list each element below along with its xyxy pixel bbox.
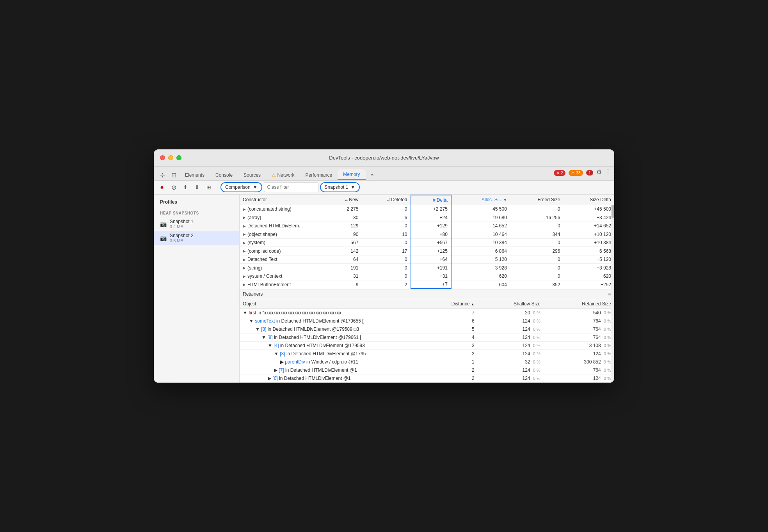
ret-cell-distance: 3 (419, 342, 478, 350)
cell-deleted: 17 (361, 247, 411, 255)
tab-memory[interactable]: Memory (338, 169, 365, 180)
sidebar-item-snapshot1[interactable]: 📷 Snapshot 1 3.4 MB (154, 217, 239, 231)
vertical-scrollbar[interactable] (611, 195, 614, 383)
retainer-row[interactable]: ▼ someText in Detached HTMLDivElement @1… (240, 317, 614, 325)
ret-cell-retained: 124 0 % (544, 350, 614, 358)
snapshot-dropdown[interactable]: Snapshot 1 ▼ (320, 182, 360, 192)
minimize-button[interactable] (168, 155, 173, 160)
cell-delta: +24 (411, 213, 451, 222)
cell-delta: +125 (411, 247, 451, 255)
col-header-delta[interactable]: # Delta (411, 195, 451, 205)
row-expand-icon[interactable]: ▶ (243, 274, 246, 278)
comparison-row[interactable]: ▶ (object shape) 90 10 +80 10 464 344 +1… (240, 230, 614, 239)
clear-button[interactable]: ⊘ (169, 182, 179, 192)
ret-key-blue: [8] (261, 326, 266, 332)
record-button[interactable]: ● (157, 182, 167, 192)
retainer-row[interactable]: ▼ [3] in Detached HTMLDivElement @1795 2… (240, 350, 614, 358)
ret-col-shallow[interactable]: Shallow Size (478, 299, 544, 309)
row-expand-icon[interactable]: ▶ (243, 232, 246, 236)
tab-performance[interactable]: Performance (300, 170, 338, 180)
ret-cell-retained: 764 0 % (544, 325, 614, 333)
comparison-row[interactable]: ▶ (compiled code) 142 17 +125 6 864 296 … (240, 247, 614, 255)
settings-icon[interactable]: ⚙ (596, 168, 602, 178)
close-button[interactable] (160, 155, 165, 160)
row-expand-icon[interactable]: ▶ (243, 207, 246, 211)
cell-deleted: 6 (361, 213, 411, 222)
row-expand-icon[interactable]: ▶ (274, 367, 277, 373)
comparison-row[interactable]: ▶ (system) 567 0 +567 10 384 0 +10 384 (240, 238, 614, 247)
comparison-row[interactable]: ▶ system / Context 31 0 +31 620 0 +620 (240, 272, 614, 280)
tab-cursor[interactable]: ⊹ (157, 170, 168, 180)
retainer-row[interactable]: ▼ [8] in Detached HTMLDivElement @179589… (240, 325, 614, 333)
row-expand-icon[interactable]: ▶ (243, 215, 246, 220)
ret-context: in Detached HTMLDivElement @1 (284, 367, 357, 373)
ret-cell-retained: 300 852 9 % (544, 358, 614, 366)
ret-cell-distance: 6 (419, 317, 478, 325)
col-header-freed-size[interactable]: Freed Size (510, 195, 564, 205)
cell-constructor: ▶ (concatenated string) (240, 205, 325, 213)
tab-console[interactable]: Console (210, 170, 238, 180)
col-header-deleted[interactable]: # Deleted (361, 195, 411, 205)
upload-button[interactable]: ⬆ (180, 182, 190, 192)
row-expand-icon[interactable]: ▶ (268, 376, 271, 381)
retainer-row[interactable]: ▼ first in "xxxxxxxxxxxxxxxxxxxxxxxxxxxx… (240, 309, 614, 317)
collect-garbage-button[interactable]: ⊞ (204, 182, 214, 192)
tab-more[interactable]: » (366, 170, 379, 180)
ret-col-distance[interactable]: Distance ▲ (419, 299, 478, 309)
cell-new: 90 (325, 230, 361, 239)
row-expand-icon[interactable]: ▼ (243, 310, 247, 316)
row-expand-icon[interactable]: ▼ (274, 351, 279, 356)
retainers-menu-icon[interactable]: ≡ (608, 291, 611, 297)
col-header-constructor[interactable]: Constructor (240, 195, 325, 205)
row-expand-icon[interactable]: ▶ (243, 224, 246, 228)
cell-constructor: ▶ (object shape) (240, 230, 325, 239)
ret-cell-object: ▼ someText in Detached HTMLDivElement @1… (240, 317, 419, 325)
comparison-dropdown[interactable]: Comparison ▼ (220, 182, 262, 192)
comparison-row[interactable]: ▶ Detached Text 64 0 +64 5 120 0 +5 120 (240, 255, 614, 264)
col-header-size-delta[interactable]: Size Delta (563, 195, 614, 205)
row-expand-icon[interactable]: ▶ (243, 257, 246, 262)
row-expand-icon[interactable]: ▼ (261, 335, 266, 340)
comparison-row[interactable]: ▶ (concatenated string) 2 275 0 +2 275 4… (240, 205, 614, 213)
tab-sources[interactable]: Sources (238, 170, 266, 180)
cell-alloc-size: 620 (451, 272, 510, 280)
cell-freed-size: 16 256 (510, 213, 564, 222)
cell-size-delta: +252 (563, 280, 614, 289)
retainer-row[interactable]: ▶ [7] in Detached HTMLDivElement @1 2 12… (240, 366, 614, 374)
retainer-row[interactable]: ▼ [4] in Detached HTMLDivElement @179593… (240, 342, 614, 350)
more-options-icon[interactable]: ⋮ (605, 168, 611, 178)
download-button[interactable]: ⬇ (192, 182, 202, 192)
row-expand-icon[interactable]: ▶ (243, 241, 246, 245)
row-expand-icon[interactable]: ▼ (268, 343, 272, 348)
retainers-section-header: Retainers ≡ (240, 289, 614, 299)
ret-col-retained[interactable]: Retained Size (544, 299, 614, 309)
col-header-new[interactable]: # New (325, 195, 361, 205)
retainer-row[interactable]: ▶ parentDiv in Window / cdpn.io @11 1 32… (240, 358, 614, 366)
comparison-row[interactable]: ▶ Detached HTMLDivElem... 129 0 +129 14 … (240, 222, 614, 230)
cell-freed-size: 0 (510, 264, 564, 272)
cell-freed-size: 0 (510, 222, 564, 230)
retainer-row[interactable]: ▶ [6] in Detached HTMLDivElement @1 2 12… (240, 374, 614, 383)
row-expand-icon[interactable]: ▶ (243, 249, 246, 253)
maximize-button[interactable] (176, 155, 181, 160)
row-expand-icon[interactable]: ▼ (255, 326, 260, 332)
ret-col-object[interactable]: Object (240, 299, 419, 309)
class-filter-input[interactable] (264, 182, 318, 192)
tab-network[interactable]: ⚠ Network (266, 170, 300, 180)
cell-alloc-size: 3 928 (451, 264, 510, 272)
comparison-row[interactable]: ▶ (string) 191 0 +191 3 928 0 +3 928 (240, 264, 614, 272)
tab-elements[interactable]: Elements (180, 170, 210, 180)
row-expand-icon[interactable]: ▶ (243, 282, 246, 287)
retainer-row[interactable]: ▼ [8] in Detached HTMLDivElement @179661… (240, 333, 614, 342)
row-expand-icon[interactable]: ▶ (280, 359, 284, 365)
sidebar-item-snapshot2[interactable]: 📷 Snapshot 2 3.5 MB (154, 231, 239, 245)
ret-cell-distance: 2 (419, 374, 478, 383)
col-header-alloc-size[interactable]: Alloc. Si... (451, 195, 510, 205)
row-expand-icon[interactable]: ▼ (249, 318, 254, 324)
main-content: Profiles HEAP SNAPSHOTS 📷 Snapshot 1 3.4… (154, 195, 614, 383)
tab-badge-area: ✕ 2 ⚠ 33 1 ⚙ ⋮ (554, 168, 612, 180)
comparison-row[interactable]: ▶ HTMLButtonElement 9 2 +7 604 352 +252 (240, 280, 614, 289)
tab-inspector[interactable]: ⊡ (168, 170, 180, 180)
comparison-row[interactable]: ▶ (array) 30 6 +24 19 680 16 256 +3 424 (240, 213, 614, 222)
row-expand-icon[interactable]: ▶ (243, 266, 246, 270)
